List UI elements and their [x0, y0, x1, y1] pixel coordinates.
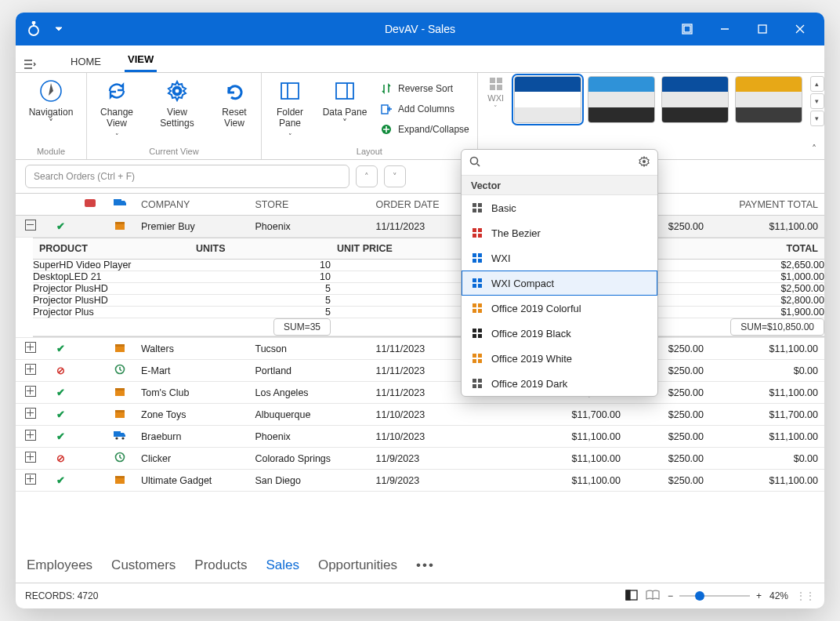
search-next-button[interactable]: ˅ [384, 165, 406, 187]
qat-dropdown-icon[interactable] [49, 19, 69, 39]
search-input[interactable]: Search Orders (Ctrl + F) [25, 165, 349, 188]
folder-pane-button[interactable]: Folder Pane ˅ [270, 78, 310, 140]
gallery-more[interactable]: ▾ [810, 111, 824, 126]
app-icon [24, 19, 44, 39]
expand-collapse-button[interactable]: Expand/Collapse [379, 120, 469, 139]
add-columns-button[interactable]: Add Columns [379, 100, 469, 118]
minimize-button[interactable] [708, 13, 741, 45]
cell-order-total: $11,100.00 [528, 426, 627, 448]
detail-row[interactable]: SuperHD Video Player 10 $2,650.00 [33, 260, 824, 271]
theme-item[interactable]: WXI [462, 245, 657, 271]
cell-company: Braeburn [135, 426, 248, 448]
header-company[interactable]: COMPANY [135, 194, 248, 216]
navigation-button[interactable]: Navigation˅ [24, 78, 78, 129]
close-button[interactable] [784, 13, 816, 45]
zoom-slider[interactable]: − + [668, 590, 762, 601]
dh-units[interactable]: UNITS [190, 238, 331, 260]
orders-grid[interactable]: COMPANY STORE ORDER DATE O PAYMENT TOTAL… [16, 193, 824, 548]
theme-item[interactable]: Office 2019 Black [462, 321, 657, 346]
ribbon: Navigation˅ Module Change View ˅ [16, 73, 824, 160]
zoom-in-icon[interactable]: + [756, 590, 762, 601]
svg-rect-50 [478, 203, 482, 207]
order-row[interactable]: ⊘ClickerColorado Springs11/9/2023$11,100… [16, 448, 824, 470]
cell-payment: $11,100.00 [710, 470, 824, 492]
btab-customers[interactable]: Customers [111, 557, 176, 573]
collapse-ribbon-icon[interactable]: ˄ [812, 143, 816, 154]
tab-home[interactable]: HOME [67, 53, 104, 72]
theme-item[interactable]: The Bezier [462, 220, 657, 245]
expand-toggle[interactable] [25, 430, 36, 441]
search-prev-button[interactable]: ˄ [356, 165, 378, 187]
expand-toggle[interactable] [25, 386, 36, 397]
svg-rect-76 [478, 359, 482, 363]
expand-toggle[interactable] [25, 452, 36, 463]
btab-products[interactable]: Products [194, 557, 247, 573]
cell-payment: $11,100.00 [710, 382, 824, 404]
reset-view-button[interactable]: Reset View [215, 78, 253, 129]
header-payment-total[interactable]: PAYMENT TOTAL [710, 194, 824, 216]
view-settings-button[interactable]: View Settings [150, 78, 205, 129]
box-icon [114, 388, 125, 399]
theme-swatch-2[interactable] [588, 76, 655, 123]
theme-item[interactable]: Basic [462, 195, 657, 220]
clock-icon [114, 454, 125, 465]
gallery-up[interactable]: ▴ [810, 76, 824, 92]
header-icon-wallet[interactable] [75, 194, 105, 216]
layout-read-icon[interactable] [646, 590, 660, 603]
order-row[interactable]: ✔Zone ToysAlbuquerque11/10/2023$11,700.0… [16, 404, 824, 426]
change-view-button[interactable]: Change View ˅ [95, 78, 139, 140]
box-icon [114, 222, 125, 233]
dh-product[interactable]: PRODUCT [33, 238, 190, 260]
theme-swatch-4[interactable] [735, 76, 802, 123]
detail-row[interactable]: Projector Plus 5 $1,900.00 [33, 307, 824, 318]
expand-toggle[interactable] [25, 220, 36, 231]
resize-grip-icon[interactable]: ⋮⋮ [796, 590, 815, 601]
svg-rect-72 [478, 334, 482, 338]
popup-search-icon[interactable] [469, 156, 480, 169]
maximize-button[interactable] [746, 13, 779, 45]
layout-panel-icon[interactable] [625, 590, 638, 603]
svg-rect-80 [478, 384, 482, 388]
multiview-icon[interactable] [671, 13, 704, 45]
btab-employees[interactable]: Employees [27, 557, 92, 573]
svg-point-40 [121, 437, 124, 439]
gallery-down[interactable]: ▾ [810, 93, 824, 109]
tab-view[interactable]: VIEW [125, 50, 157, 72]
theme-swatch-1[interactable] [514, 76, 581, 123]
order-row[interactable]: ⊘E-MartPortland11/11/2023$10,825.00$250.… [16, 360, 824, 382]
cell-company: Ultimate Gadget [135, 470, 248, 492]
btab-opportunities[interactable]: Opportunities [318, 557, 397, 573]
theme-item[interactable]: Office 2019 Colorful [462, 296, 657, 321]
expand-toggle[interactable] [25, 342, 36, 353]
file-menu-icon[interactable] [24, 56, 39, 72]
theme-item-icon [471, 302, 483, 314]
data-pane-button[interactable]: Data Pane˅ [321, 78, 368, 129]
theme-item[interactable]: Office 2019 Dark [462, 371, 657, 396]
expand-toggle[interactable] [25, 474, 36, 485]
order-row[interactable]: ✔Ultimate GadgetSan Diego11/9/2023$11,10… [16, 470, 824, 492]
theme-swatch-3[interactable] [661, 76, 729, 123]
header-store[interactable]: STORE [248, 194, 369, 216]
theme-item[interactable]: Office 2019 White [462, 346, 657, 371]
detail-row[interactable]: Projector PlusHD 5 $2,500.00 [33, 283, 824, 295]
theme-item[interactable]: WXI Compact [462, 271, 657, 296]
order-row[interactable]: ✔Premier BuyPhoenix11/11/2023$250.00$11,… [16, 216, 824, 238]
order-row[interactable]: ✔Tom's ClubLos Angeles11/11/2023$11,100.… [16, 382, 824, 404]
detail-row[interactable]: DesktopLED 21 10 $1,000.00 [33, 271, 824, 283]
expand-toggle[interactable] [25, 408, 36, 419]
btab-sales[interactable]: Sales [266, 557, 299, 573]
cell-company: Walters [135, 338, 248, 360]
order-row[interactable]: ✔WaltersTucson11/11/2023$250.00$11,100.0… [16, 338, 824, 360]
zoom-out-icon[interactable]: − [668, 590, 673, 601]
titlebar[interactable]: DevAV - Sales [16, 13, 824, 45]
gallery-current[interactable]: WXI ˅ [483, 76, 509, 112]
expand-toggle[interactable] [25, 364, 36, 375]
svg-rect-55 [472, 234, 476, 238]
cell-date: 11/9/2023 [370, 448, 484, 470]
header-icon-truck[interactable] [105, 194, 135, 216]
order-row[interactable]: ✔BraeburnPhoenix11/10/2023$11,100.00$250… [16, 426, 824, 448]
btab-more[interactable]: ••• [416, 557, 435, 573]
reverse-sort-button[interactable]: Reverse Sort [379, 79, 469, 98]
popup-gear-icon[interactable] [639, 156, 650, 169]
detail-row[interactable]: Projector PlusHD 5 $2,800.00 [33, 295, 824, 307]
